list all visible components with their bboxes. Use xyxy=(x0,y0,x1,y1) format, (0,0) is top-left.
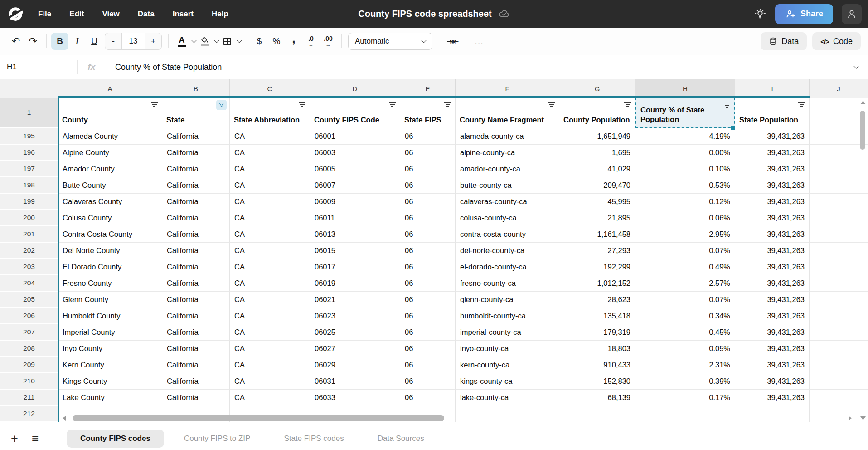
cell-county[interactable]: Lake County xyxy=(58,390,162,406)
cell-abbr[interactable]: CA xyxy=(230,177,310,194)
header-cell-state-population[interactable]: State Population xyxy=(735,98,810,128)
currency-format-button[interactable]: $ xyxy=(251,33,268,50)
scroll-up-arrow[interactable] xyxy=(860,101,866,104)
cell-county_fips[interactable]: 06017 xyxy=(310,259,400,275)
filter-sort-icon[interactable] xyxy=(548,102,555,108)
cell-pct[interactable]: 0.10% xyxy=(635,161,735,177)
cell-state[interactable]: California xyxy=(162,275,230,292)
row-number-207[interactable]: 207 xyxy=(0,324,58,341)
cell-state[interactable]: California xyxy=(162,308,230,324)
cell-county_pop[interactable]: 1,651,949 xyxy=(559,128,635,145)
cell-county_fips[interactable]: 06019 xyxy=(310,275,400,292)
cell-county[interactable]: Calaveras County xyxy=(58,194,162,210)
scroll-down-arrow[interactable] xyxy=(860,416,866,420)
cell-state[interactable]: California xyxy=(162,390,230,406)
cell-abbr[interactable]: CA xyxy=(230,259,310,275)
cell-fragment[interactable]: calaveras-county-ca xyxy=(456,194,559,210)
filter-sort-icon[interactable] xyxy=(299,102,305,108)
cell-fragment[interactable]: glenn-county-ca xyxy=(456,292,559,308)
cell-pct[interactable]: 0.34% xyxy=(635,308,735,324)
cell-fragment[interactable]: alpine-county-ca xyxy=(456,145,559,161)
cell-empty[interactable] xyxy=(810,177,868,194)
row-number-196[interactable]: 196 xyxy=(0,145,58,161)
share-button[interactable]: Share xyxy=(775,4,833,24)
cell-abbr[interactable]: CA xyxy=(230,357,310,373)
header-cell-state-abbreviation[interactable]: State Abbreviation xyxy=(230,98,310,128)
cell-pct[interactable]: 2.57% xyxy=(635,275,735,292)
header-cell-state-fips[interactable]: State FIPS xyxy=(400,98,456,128)
cell-empty[interactable] xyxy=(810,406,868,422)
cell-empty[interactable] xyxy=(810,324,868,341)
cell-county_fips[interactable]: 06025 xyxy=(310,324,400,341)
cell-county_fips[interactable]: 06031 xyxy=(310,373,400,390)
cell-state_pop[interactable]: 39,431,263 xyxy=(735,210,810,226)
sheet-tab-county-fips-codes[interactable]: County FIPS codes xyxy=(67,430,164,448)
cell-state[interactable]: California xyxy=(162,292,230,308)
percent-format-button[interactable]: % xyxy=(268,33,285,50)
scroll-left-arrow[interactable] xyxy=(63,416,66,421)
cell-state_pop[interactable]: 39,431,263 xyxy=(735,243,810,259)
active-filter-funnel-icon[interactable] xyxy=(216,100,227,110)
cell-county_pop[interactable]: 1,161,458 xyxy=(559,226,635,243)
cell-county[interactable]: Alameda County xyxy=(58,128,162,145)
column-header-E[interactable]: E xyxy=(400,79,456,98)
cell-state_pop[interactable]: 39,431,263 xyxy=(735,145,810,161)
header-cell-county-name-fragment[interactable]: County Name Fragment xyxy=(456,98,559,128)
cell-state_pop[interactable]: 39,431,263 xyxy=(735,341,810,357)
cell-fragment[interactable]: kern-county-ca xyxy=(456,357,559,373)
cell-reference-box[interactable]: H1 xyxy=(0,63,77,72)
cell-county_fips[interactable]: 06003 xyxy=(310,145,400,161)
cell-empty[interactable] xyxy=(810,128,868,145)
filter-sort-icon[interactable] xyxy=(389,102,396,108)
decrease-decimals-button[interactable]: .0← xyxy=(302,33,320,50)
cell-state_fips[interactable]: 06 xyxy=(400,145,456,161)
vertical-scrollbar-thumb[interactable] xyxy=(860,111,865,150)
cell-abbr[interactable]: CA xyxy=(230,275,310,292)
column-header-F[interactable]: F xyxy=(456,79,559,98)
cell-state_pop[interactable]: 39,431,263 xyxy=(735,161,810,177)
cell-pct[interactable]: 0.53% xyxy=(635,177,735,194)
cell-state[interactable]: California xyxy=(162,145,230,161)
cell-abbr[interactable]: CA xyxy=(230,128,310,145)
cell-empty[interactable] xyxy=(810,373,868,390)
cell-state[interactable]: California xyxy=(162,177,230,194)
cell-county_pop[interactable]: 179,319 xyxy=(559,324,635,341)
cell-county_pop[interactable]: 27,293 xyxy=(559,243,635,259)
cell-county_pop[interactable]: 28,623 xyxy=(559,292,635,308)
header-cell-county[interactable]: County xyxy=(58,98,162,128)
cell-county_fips[interactable]: 06007 xyxy=(310,177,400,194)
cell-state_pop[interactable]: 39,431,263 xyxy=(735,292,810,308)
text-color-button[interactable]: A xyxy=(173,33,190,50)
cell-county_fips[interactable]: 06023 xyxy=(310,308,400,324)
cell-county_fips[interactable]: 06013 xyxy=(310,226,400,243)
cell-state_pop[interactable]: 39,431,263 xyxy=(735,177,810,194)
cell-pct[interactable]: 0.17% xyxy=(635,390,735,406)
cell-fragment[interactable]: kings-county-ca xyxy=(456,373,559,390)
cell-state_fips[interactable]: 06 xyxy=(400,292,456,308)
cell-county_pop[interactable]: 910,433 xyxy=(559,357,635,373)
cell-county_pop[interactable]: 152,830 xyxy=(559,373,635,390)
cell-pct[interactable]: 0.45% xyxy=(635,324,735,341)
menu-insert[interactable]: Insert xyxy=(173,10,194,19)
scroll-right-arrow[interactable] xyxy=(849,416,852,421)
cell-state_pop[interactable]: 39,431,263 xyxy=(735,324,810,341)
font-size-decrease-button[interactable]: - xyxy=(105,33,121,50)
cell-county[interactable]: Alpine County xyxy=(58,145,162,161)
cell-state_fips[interactable]: 06 xyxy=(400,324,456,341)
cell-state_fips[interactable]: 06 xyxy=(400,161,456,177)
cell-pct[interactable]: 0.07% xyxy=(635,243,735,259)
filter-sort-icon[interactable] xyxy=(798,102,805,108)
menu-help[interactable]: Help xyxy=(212,10,228,19)
whats-new-bulb-icon[interactable] xyxy=(754,8,766,20)
cell-pct[interactable]: 0.39% xyxy=(635,373,735,390)
cell-empty[interactable] xyxy=(456,406,559,422)
cell-county[interactable]: Kings County xyxy=(58,373,162,390)
cell-state[interactable]: California xyxy=(162,341,230,357)
cell-fragment[interactable]: humboldt-county-ca xyxy=(456,308,559,324)
cell-county[interactable]: Del Norte County xyxy=(58,243,162,259)
cell-empty[interactable] xyxy=(810,161,868,177)
cell-county_pop[interactable]: 41,029 xyxy=(559,161,635,177)
cell-empty[interactable] xyxy=(635,406,735,422)
sheet-list-button[interactable]: ≡ xyxy=(32,432,57,446)
row-number-197[interactable]: 197 xyxy=(0,161,58,177)
